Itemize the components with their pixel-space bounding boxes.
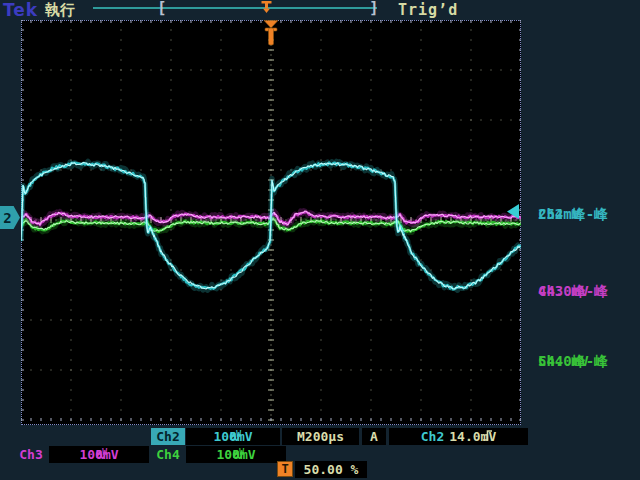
trigger-position-icon: T — [277, 461, 293, 477]
waveform-display — [21, 20, 521, 425]
measurement-value: 254mV — [538, 206, 580, 223]
timebase-value: 200µs — [305, 429, 344, 444]
record-window-right-bracket: ] — [369, 0, 379, 17]
timebase-label: M — [297, 429, 305, 444]
oscilloscope-screen: Tek 執行 [ ] Trig’d 2 Ch2 峰-峰 254mV Ch3 峰-… — [0, 0, 640, 480]
ch2-readout-selected: Ch2 — [151, 428, 185, 445]
ch4-scale-readout: 100mV ∿ BW — [186, 446, 286, 463]
rising-edge-icon — [435, 414, 482, 459]
record-window-left-bracket: [ — [157, 0, 167, 17]
record-view-bar — [93, 7, 377, 9]
ch4-readout-label: Ch4 — [151, 446, 185, 463]
ch3-readout-label: Ch3 — [14, 446, 48, 463]
graticule-trigger-position-flag-icon — [264, 21, 278, 46]
bandwidth-limit-icon: BW — [233, 448, 240, 461]
ch3-scale-readout: 100mV ∿ BW — [49, 446, 149, 463]
ch2-ground-marker-label: 2 — [3, 210, 11, 226]
trigger-level-arrow-icon — [507, 204, 520, 219]
graticule — [21, 20, 521, 425]
measurement-value: 54.0mV — [538, 353, 589, 370]
record-trigger-position-icon — [260, 0, 273, 14]
acquisition-status: 執行 — [45, 1, 75, 20]
trigger-source-label: A — [362, 428, 386, 445]
timebase-readout: M 200µs — [282, 428, 359, 445]
trigger-readout: Ch2 14.0mV — [389, 428, 528, 445]
ch2-ground-marker-icon: 2 — [0, 206, 20, 229]
ch2-scale-readout: 100mV ∿ BW — [186, 428, 280, 445]
ch2-readout-label: Ch2 — [156, 429, 179, 444]
bandwidth-limit-icon: BW — [230, 430, 237, 443]
trigger-status: Trig’d — [398, 1, 458, 19]
tek-logo: Tek — [3, 0, 38, 20]
measurement-value: 44.0mV — [538, 283, 589, 300]
trigger-position-readout: 50.00 % — [295, 461, 367, 478]
bandwidth-limit-icon: BW — [96, 448, 103, 461]
